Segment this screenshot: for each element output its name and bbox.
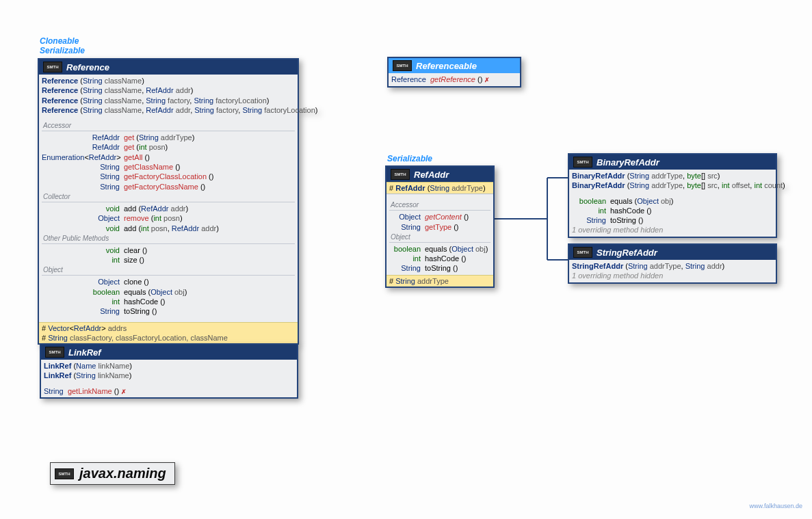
interface-referenceable: SMTH Referenceable Reference getReferenc…: [387, 57, 521, 88]
reference-protected: # Vector<RefAddr> addrs # String classFa…: [39, 322, 298, 344]
class-refaddr-title: SMTH RefAddr: [387, 167, 493, 182]
reference-constructors: Reference (String className) Reference (…: [39, 75, 298, 322]
section-accessor-2: Accessor: [389, 200, 490, 209]
package-name: javax.naming: [79, 466, 166, 481]
serializable-label: Serializable: [40, 46, 85, 56]
interface-referenceable-name: Referenceable: [416, 61, 477, 71]
section-other: Other Public Methods: [42, 233, 295, 242]
badge-icon: SMTH: [573, 247, 592, 258]
stereotype-reference: Cloneable Serializable: [40, 37, 85, 56]
class-binaryrefaddr-title: SMTH BinaryRefAddr: [569, 155, 776, 170]
class-refaddr: SMTH RefAddr # RefAddr (String addrType)…: [385, 165, 495, 288]
badge-icon: SMTH: [391, 169, 410, 180]
class-linkref: SMTH LinkRef LinkRef (Name linkName) Lin…: [40, 343, 298, 399]
badge-icon: SMTH: [393, 60, 412, 71]
refaddr-protected-field: # String addrType: [387, 275, 493, 287]
cloneable-label: Cloneable: [40, 37, 85, 46]
badge-icon: SMTH: [43, 62, 62, 72]
badge-icon: SMTH: [45, 347, 64, 358]
referenceable-methods: Reference getReference ()✗: [389, 73, 520, 86]
class-stringrefaddr: SMTH StringRefAddr StringRefAddr (String…: [568, 243, 777, 284]
badge-icon: SMTH: [573, 157, 592, 168]
stringrefaddr-constructors: StringRefAddr (String addrType, String a…: [569, 260, 776, 282]
refaddr-methods: Accessor ObjectgetContent () StringgetTy…: [387, 194, 493, 274]
linkref-constructors: LinkRef (Name linkName) LinkRef (String …: [41, 360, 297, 397]
class-stringrefaddr-title: SMTH StringRefAddr: [569, 245, 776, 260]
badge-icon: SMTH: [55, 468, 74, 479]
class-reference: SMTH Reference Reference (String classNa…: [38, 58, 299, 345]
interface-referenceable-title: SMTH Referenceable: [389, 58, 520, 73]
stereotype-refaddr: Serializable: [387, 155, 432, 164]
section-object-2: Object: [389, 232, 490, 241]
class-stringrefaddr-name: StringRefAddr: [597, 248, 657, 258]
class-binaryrefaddr: SMTH BinaryRefAddr BinaryRefAddr (String…: [568, 153, 777, 238]
class-linkref-title: SMTH LinkRef: [41, 345, 297, 360]
footer-link[interactable]: www.falkhausen.de: [749, 503, 802, 509]
section-collector: Collector: [42, 191, 295, 200]
serializable-label-2: Serializable: [387, 155, 432, 164]
section-accessor: Accessor: [42, 120, 295, 129]
refaddr-protected-ctor: # RefAddr (String addrType): [387, 182, 493, 194]
class-reference-name: Reference: [66, 62, 109, 72]
class-refaddr-name: RefAddr: [414, 170, 449, 180]
class-binaryrefaddr-name: BinaryRefAddr: [597, 157, 659, 168]
package-badge: SMTH javax.naming: [50, 462, 175, 485]
section-object: Object: [42, 265, 295, 274]
binaryrefaddr-constructors: BinaryRefAddr (String addrType, byte[] s…: [569, 170, 776, 237]
class-linkref-name: LinkRef: [68, 347, 101, 358]
class-reference-title: SMTH Reference: [39, 59, 298, 75]
